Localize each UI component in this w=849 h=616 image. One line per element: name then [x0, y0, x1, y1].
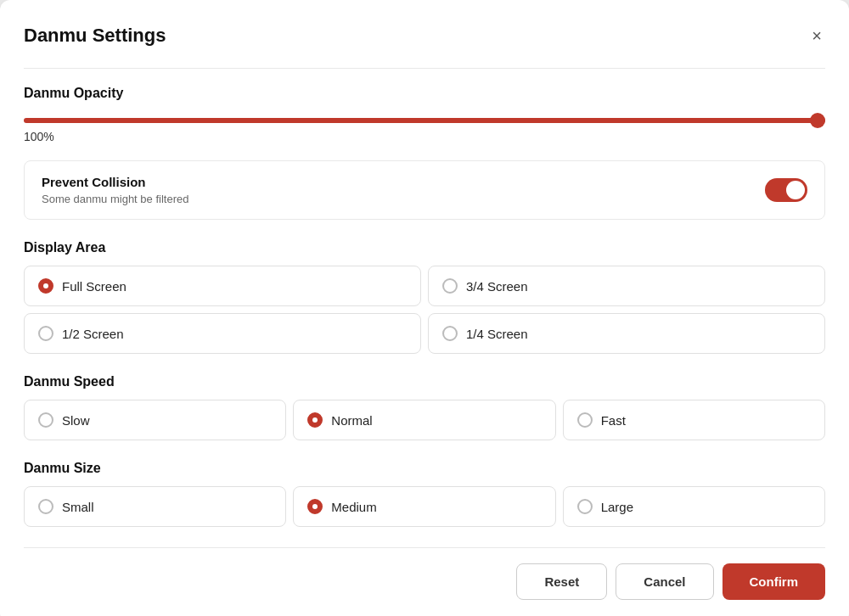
close-button[interactable]: ×	[808, 24, 825, 48]
display-area-half[interactable]: 1/2 Screen	[24, 313, 421, 354]
speed-fast[interactable]: Fast	[563, 400, 825, 440]
opacity-slider[interactable]	[24, 118, 825, 123]
display-area-quarter-label: 1/4 Screen	[466, 327, 528, 341]
speed-section: Danmu Speed Slow Normal Fast	[24, 374, 825, 440]
display-area-full-label: Full Screen	[62, 279, 127, 294]
size-large-label: Large	[601, 500, 633, 514]
radio-dot-normal	[307, 412, 323, 428]
radio-dot-half	[38, 326, 53, 341]
display-area-grid: Full Screen 3/4 Screen 1/2 Screen 1/4 Sc…	[24, 266, 825, 354]
display-area-three-quarter-label: 3/4 Screen	[466, 279, 528, 294]
display-area-section: Display Area Full Screen 3/4 Screen 1/2 …	[24, 240, 825, 354]
cancel-button[interactable]: Cancel	[616, 563, 713, 600]
danmu-settings-dialog: Danmu Settings × Danmu Opacity 100% Prev…	[0, 0, 849, 616]
size-label: Danmu Size	[24, 461, 825, 476]
opacity-label: Danmu Opacity	[24, 86, 825, 101]
display-area-label: Display Area	[24, 240, 825, 255]
speed-slow-label: Slow	[62, 413, 90, 428]
radio-dot-medium	[307, 499, 323, 514]
display-area-quarter[interactable]: 1/4 Screen	[428, 313, 825, 354]
speed-label: Danmu Speed	[24, 374, 825, 389]
prevent-collision-card: Prevent Collision Some danmu might be fi…	[24, 160, 825, 220]
collision-description: Some danmu might be filtered	[42, 193, 188, 205]
display-area-half-label: 1/2 Screen	[62, 327, 124, 341]
speed-normal[interactable]: Normal	[293, 400, 555, 440]
speed-grid: Slow Normal Fast	[24, 400, 825, 440]
dialog-title: Danmu Settings	[24, 25, 166, 47]
radio-dot-fast	[577, 412, 593, 428]
header-divider	[24, 68, 825, 69]
display-area-full-screen[interactable]: Full Screen	[24, 266, 421, 306]
speed-slow[interactable]: Slow	[24, 400, 286, 440]
radio-dot-quarter	[442, 326, 458, 341]
dialog-footer: Reset Cancel Confirm	[24, 547, 825, 600]
size-medium[interactable]: Medium	[293, 486, 555, 527]
speed-fast-label: Fast	[601, 413, 626, 428]
reset-button[interactable]: Reset	[516, 563, 607, 600]
size-large[interactable]: Large	[563, 486, 825, 527]
radio-dot-three-quarter	[442, 278, 458, 294]
radio-dot-small	[38, 499, 53, 514]
collision-toggle[interactable]	[765, 178, 807, 202]
collision-text: Prevent Collision Some danmu might be fi…	[42, 175, 188, 205]
dialog-header: Danmu Settings ×	[24, 24, 825, 48]
size-medium-label: Medium	[331, 500, 376, 514]
size-small[interactable]: Small	[24, 486, 286, 527]
opacity-value: 100%	[24, 130, 825, 143]
size-section: Danmu Size Small Medium Large	[24, 461, 825, 527]
size-grid: Small Medium Large	[24, 486, 825, 527]
radio-dot-large	[577, 499, 593, 514]
confirm-button[interactable]: Confirm	[722, 563, 826, 600]
collision-title: Prevent Collision	[42, 175, 188, 189]
opacity-section: Danmu Opacity 100%	[24, 86, 825, 143]
size-small-label: Small	[62, 500, 94, 514]
speed-normal-label: Normal	[331, 413, 372, 428]
display-area-three-quarter[interactable]: 3/4 Screen	[428, 266, 825, 306]
radio-dot-slow	[38, 412, 53, 428]
radio-dot-full-screen	[38, 278, 53, 294]
toggle-slider	[765, 178, 807, 202]
